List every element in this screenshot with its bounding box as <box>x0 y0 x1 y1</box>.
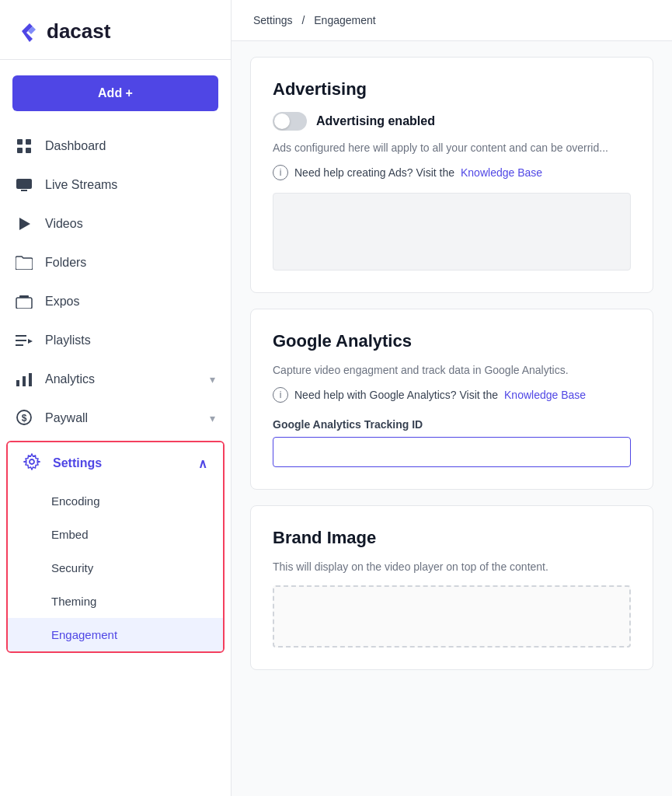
analytics-icon <box>16 371 33 388</box>
svg-rect-2 <box>17 148 23 153</box>
svg-rect-4 <box>16 179 32 189</box>
brand-image-description: This will display on the video player on… <box>273 560 631 573</box>
settings-engagement-label: Engagement <box>51 628 117 641</box>
sidebar-item-live-streams[interactable]: Live Streams <box>0 166 231 204</box>
ad-placeholder <box>273 193 631 271</box>
breadcrumb-separator: / <box>301 14 305 26</box>
advertising-toggle-row: Advertising enabled <box>273 112 631 131</box>
expos-icon <box>16 293 33 310</box>
svg-rect-15 <box>29 373 32 386</box>
settings-sub-embed[interactable]: Embed <box>8 518 223 551</box>
settings-chevron-icon: ∧ <box>198 456 207 471</box>
sidebar-item-label: Analytics <box>45 372 95 386</box>
logo: dacast <box>16 19 215 44</box>
sidebar-item-label: Expos <box>45 295 79 309</box>
logo-area: dacast <box>0 0 231 60</box>
sidebar-item-dashboard[interactable]: Dashboard <box>0 127 231 166</box>
google-analytics-help-row: i Need help with Google Analytics? Visit… <box>273 387 631 403</box>
sidebar-item-label: Live Streams <box>45 178 117 192</box>
breadcrumb: Settings / Engagement <box>232 0 672 41</box>
sidebar-item-label: Paywall <box>45 411 88 425</box>
svg-marker-12 <box>28 339 33 344</box>
breadcrumb-current: Engagement <box>314 14 375 26</box>
sidebar-item-label: Playlists <box>45 333 91 347</box>
settings-section: Settings ∧ Encoding Embed Security Themi… <box>6 441 225 653</box>
sidebar-item-folders[interactable]: Folders <box>0 243 231 282</box>
svg-rect-5 <box>21 190 27 191</box>
svg-rect-7 <box>16 298 32 309</box>
settings-sub-engagement[interactable]: Engagement <box>8 618 223 651</box>
tracking-id-input[interactable] <box>273 437 631 467</box>
svg-rect-14 <box>23 376 26 386</box>
advertising-toggle[interactable] <box>273 112 307 131</box>
sidebar-item-videos[interactable]: Videos <box>0 204 231 243</box>
nav-menu: Dashboard Live Streams Videos <box>0 127 231 656</box>
info-icon-ga: i <box>273 387 288 403</box>
analytics-chevron-icon: ▾ <box>210 373 215 386</box>
playlists-icon <box>16 332 33 349</box>
info-icon: i <box>273 165 288 180</box>
svg-rect-13 <box>16 380 19 386</box>
advertising-help-text: Need help creating Ads? Visit the <box>294 166 454 179</box>
sidebar-item-analytics[interactable]: Analytics ▾ <box>0 360 231 399</box>
tracking-id-label: Google Analytics Tracking ID <box>273 418 631 431</box>
settings-sub-encoding[interactable]: Encoding <box>8 484 223 518</box>
settings-security-label: Security <box>51 561 93 574</box>
settings-encoding-label: Encoding <box>51 494 100 508</box>
svg-rect-0 <box>17 139 23 145</box>
settings-embed-label: Embed <box>51 528 89 541</box>
svg-rect-8 <box>19 295 29 298</box>
settings-label: Settings <box>53 456 102 470</box>
settings-sub-security[interactable]: Security <box>8 551 223 585</box>
main-content: Settings / Engagement Advertising Advert… <box>232 0 672 796</box>
logo-text: dacast <box>47 19 110 44</box>
advertising-section: Advertising Advertising enabled Ads conf… <box>250 57 653 293</box>
settings-theming-label: Theming <box>51 595 96 608</box>
brand-image-section: Brand Image This will display on the vid… <box>250 505 653 670</box>
brand-image-upload-area[interactable] <box>273 585 631 648</box>
sidebar-item-label: Folders <box>45 256 86 270</box>
advertising-help-row: i Need help creating Ads? Visit the Know… <box>273 165 631 180</box>
svg-rect-1 <box>26 139 31 145</box>
brand-image-title: Brand Image <box>273 528 631 548</box>
google-analytics-title: Google Analytics <box>273 331 631 351</box>
advertising-description: Ads configured here will apply to all yo… <box>273 141 631 154</box>
advertising-toggle-label: Advertising enabled <box>316 114 435 128</box>
svg-text:$: $ <box>22 413 27 424</box>
advertising-title: Advertising <box>273 79 631 100</box>
sidebar-item-expos[interactable]: Expos <box>0 282 231 321</box>
settings-icon <box>23 453 40 473</box>
svg-marker-6 <box>19 218 30 230</box>
sidebar-item-label: Dashboard <box>45 139 106 153</box>
google-analytics-description: Capture video engagment and track data i… <box>273 364 631 376</box>
settings-sub-theming[interactable]: Theming <box>8 585 223 618</box>
google-analytics-help-text: Need help with Google Analytics? Visit t… <box>294 389 498 401</box>
sidebar-item-paywall[interactable]: $ Paywall ▾ <box>0 399 231 438</box>
dashboard-icon <box>16 138 33 155</box>
svg-rect-3 <box>26 148 31 153</box>
sidebar-item-playlists[interactable]: Playlists <box>0 321 231 360</box>
folders-icon <box>16 254 33 271</box>
google-analytics-knowledge-base-link[interactable]: Knowledge Base <box>504 389 586 401</box>
content-area: Advertising Advertising enabled Ads conf… <box>232 41 672 796</box>
svg-point-18 <box>30 459 34 464</box>
tracking-id-field-group: Google Analytics Tracking ID <box>273 418 631 467</box>
breadcrumb-parent: Settings <box>253 14 293 26</box>
paywall-icon: $ <box>16 410 33 427</box>
add-button[interactable]: Add + <box>12 75 218 111</box>
paywall-chevron-icon: ▾ <box>210 412 215 424</box>
sidebar-item-label: Videos <box>45 217 83 231</box>
live-streams-icon <box>16 176 33 194</box>
sidebar: dacast Add + Dashboard <box>0 0 232 796</box>
sidebar-item-settings[interactable]: Settings ∧ <box>8 442 223 484</box>
advertising-knowledge-base-link[interactable]: Knowledge Base <box>461 166 542 179</box>
dacast-logo-icon <box>16 19 40 44</box>
videos-icon <box>16 215 33 232</box>
google-analytics-section: Google Analytics Capture video engagment… <box>250 309 653 490</box>
